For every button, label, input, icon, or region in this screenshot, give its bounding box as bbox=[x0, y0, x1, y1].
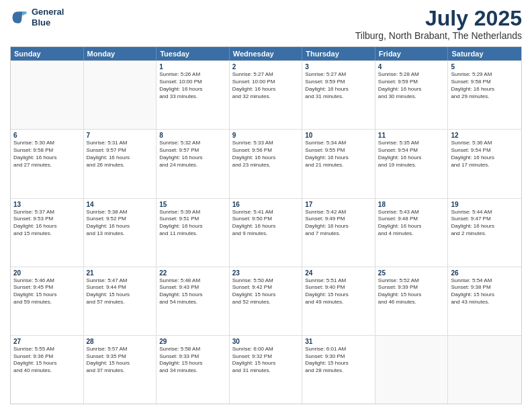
table-row: 24Sunrise: 5:51 AM Sunset: 9:40 PM Dayli… bbox=[302, 267, 375, 335]
header-monday: Monday bbox=[84, 47, 157, 60]
table-row: 30Sunrise: 6:00 AM Sunset: 9:32 PM Dayli… bbox=[230, 336, 303, 404]
table-row: 7Sunrise: 5:31 AM Sunset: 9:57 PM Daylig… bbox=[84, 130, 157, 197]
day-content: Sunrise: 5:33 AM Sunset: 9:56 PM Dayligh… bbox=[232, 140, 300, 169]
day-number: 10 bbox=[305, 132, 372, 139]
header-tuesday: Tuesday bbox=[157, 47, 230, 60]
day-content: Sunrise: 5:35 AM Sunset: 9:54 PM Dayligh… bbox=[378, 140, 445, 169]
day-content: Sunrise: 6:01 AM Sunset: 9:30 PM Dayligh… bbox=[305, 346, 372, 375]
day-number: 2 bbox=[232, 63, 300, 71]
table-row: 15Sunrise: 5:39 AM Sunset: 9:51 PM Dayli… bbox=[157, 199, 230, 267]
header-saturday: Saturday bbox=[448, 47, 521, 60]
day-number: 18 bbox=[378, 201, 445, 208]
day-number: 30 bbox=[232, 338, 300, 345]
table-row: 9Sunrise: 5:33 AM Sunset: 9:56 PM Daylig… bbox=[230, 130, 303, 197]
table-row bbox=[11, 61, 84, 129]
day-number: 11 bbox=[378, 132, 445, 139]
day-content: Sunrise: 5:26 AM Sunset: 10:00 PM Daylig… bbox=[159, 71, 226, 100]
day-content: Sunrise: 5:37 AM Sunset: 9:53 PM Dayligh… bbox=[13, 209, 81, 238]
table-row: 14Sunrise: 5:38 AM Sunset: 9:52 PM Dayli… bbox=[84, 199, 157, 267]
day-number: 1 bbox=[159, 63, 226, 71]
day-number: 31 bbox=[305, 338, 372, 345]
table-row: 3Sunrise: 5:27 AM Sunset: 9:59 PM Daylig… bbox=[302, 61, 375, 129]
day-number: 5 bbox=[451, 63, 519, 71]
logo-line1: General bbox=[32, 7, 64, 17]
day-number: 27 bbox=[13, 338, 81, 345]
title-block: July 2025 Tilburg, North Brabant, The Ne… bbox=[355, 7, 522, 41]
day-number: 3 bbox=[305, 63, 372, 71]
table-row bbox=[448, 336, 521, 404]
table-row: 27Sunrise: 5:55 AM Sunset: 9:36 PM Dayli… bbox=[11, 336, 84, 404]
day-number: 24 bbox=[305, 269, 372, 277]
day-number: 4 bbox=[378, 63, 445, 71]
day-number: 9 bbox=[232, 132, 300, 139]
table-row: 31Sunrise: 6:01 AM Sunset: 9:30 PM Dayli… bbox=[302, 336, 375, 404]
day-content: Sunrise: 5:34 AM Sunset: 9:55 PM Dayligh… bbox=[305, 140, 372, 169]
table-row: 21Sunrise: 5:47 AM Sunset: 9:44 PM Dayli… bbox=[84, 267, 157, 335]
calendar-header: Sunday Monday Tuesday Wednesday Thursday… bbox=[11, 47, 521, 60]
day-content: Sunrise: 5:30 AM Sunset: 9:58 PM Dayligh… bbox=[13, 140, 81, 169]
table-row: 20Sunrise: 5:46 AM Sunset: 9:45 PM Dayli… bbox=[11, 267, 84, 335]
day-content: Sunrise: 5:31 AM Sunset: 9:57 PM Dayligh… bbox=[87, 140, 154, 169]
day-content: Sunrise: 5:43 AM Sunset: 9:48 PM Dayligh… bbox=[378, 209, 445, 238]
table-row: 22Sunrise: 5:48 AM Sunset: 9:43 PM Dayli… bbox=[157, 267, 230, 335]
table-row bbox=[84, 61, 157, 129]
day-content: Sunrise: 5:47 AM Sunset: 9:44 PM Dayligh… bbox=[87, 277, 154, 306]
day-content: Sunrise: 5:50 AM Sunset: 9:42 PM Dayligh… bbox=[232, 277, 300, 306]
day-number: 12 bbox=[451, 132, 519, 139]
calendar-row-4: 20Sunrise: 5:46 AM Sunset: 9:45 PM Dayli… bbox=[11, 267, 521, 335]
day-content: Sunrise: 5:44 AM Sunset: 9:47 PM Dayligh… bbox=[451, 209, 519, 238]
day-number: 29 bbox=[159, 338, 226, 345]
day-number: 22 bbox=[159, 269, 226, 277]
table-row: 29Sunrise: 5:58 AM Sunset: 9:33 PM Dayli… bbox=[157, 336, 230, 404]
table-row: 11Sunrise: 5:35 AM Sunset: 9:54 PM Dayli… bbox=[375, 130, 449, 197]
day-content: Sunrise: 5:42 AM Sunset: 9:49 PM Dayligh… bbox=[305, 209, 372, 238]
day-number: 7 bbox=[87, 132, 154, 139]
day-content: Sunrise: 6:00 AM Sunset: 9:32 PM Dayligh… bbox=[232, 346, 300, 375]
table-row: 8Sunrise: 5:32 AM Sunset: 9:57 PM Daylig… bbox=[157, 130, 230, 197]
table-row: 12Sunrise: 5:36 AM Sunset: 9:54 PM Dayli… bbox=[448, 130, 521, 197]
logo-line2: Blue bbox=[32, 17, 64, 28]
calendar-row-1: 1Sunrise: 5:26 AM Sunset: 10:00 PM Dayli… bbox=[11, 60, 521, 129]
header-thursday: Thursday bbox=[302, 47, 375, 60]
day-content: Sunrise: 5:51 AM Sunset: 9:40 PM Dayligh… bbox=[305, 277, 372, 306]
day-content: Sunrise: 5:32 AM Sunset: 9:57 PM Dayligh… bbox=[159, 140, 226, 169]
header-wednesday: Wednesday bbox=[230, 47, 303, 60]
table-row: 5Sunrise: 5:29 AM Sunset: 9:58 PM Daylig… bbox=[448, 61, 521, 129]
table-row: 2Sunrise: 5:27 AM Sunset: 10:00 PM Dayli… bbox=[230, 61, 303, 129]
logo: General Blue bbox=[10, 7, 64, 28]
day-number: 20 bbox=[13, 269, 81, 277]
day-content: Sunrise: 5:58 AM Sunset: 9:33 PM Dayligh… bbox=[159, 346, 226, 375]
page: General Blue July 2025 Tilburg, North Br… bbox=[0, 0, 532, 411]
day-content: Sunrise: 5:57 AM Sunset: 9:35 PM Dayligh… bbox=[87, 346, 154, 375]
table-row: 1Sunrise: 5:26 AM Sunset: 10:00 PM Dayli… bbox=[157, 61, 230, 129]
day-content: Sunrise: 5:28 AM Sunset: 9:59 PM Dayligh… bbox=[378, 71, 445, 100]
calendar-row-2: 6Sunrise: 5:30 AM Sunset: 9:58 PM Daylig… bbox=[11, 129, 521, 197]
month-title: July 2025 bbox=[355, 7, 522, 30]
table-row: 28Sunrise: 5:57 AM Sunset: 9:35 PM Dayli… bbox=[84, 336, 157, 404]
day-content: Sunrise: 5:55 AM Sunset: 9:36 PM Dayligh… bbox=[13, 346, 81, 375]
day-number: 25 bbox=[378, 269, 445, 277]
header-friday: Friday bbox=[375, 47, 449, 60]
table-row: 6Sunrise: 5:30 AM Sunset: 9:58 PM Daylig… bbox=[11, 130, 84, 197]
day-content: Sunrise: 5:27 AM Sunset: 9:59 PM Dayligh… bbox=[305, 71, 372, 100]
header: General Blue July 2025 Tilburg, North Br… bbox=[10, 7, 522, 41]
day-content: Sunrise: 5:39 AM Sunset: 9:51 PM Dayligh… bbox=[159, 209, 226, 238]
table-row: 4Sunrise: 5:28 AM Sunset: 9:59 PM Daylig… bbox=[375, 61, 449, 129]
calendar-body: 1Sunrise: 5:26 AM Sunset: 10:00 PM Dayli… bbox=[11, 60, 521, 404]
day-number: 17 bbox=[305, 201, 372, 208]
day-content: Sunrise: 5:27 AM Sunset: 10:00 PM Daylig… bbox=[232, 71, 300, 100]
table-row: 10Sunrise: 5:34 AM Sunset: 9:55 PM Dayli… bbox=[302, 130, 375, 197]
calendar-row-3: 13Sunrise: 5:37 AM Sunset: 9:53 PM Dayli… bbox=[11, 198, 521, 267]
day-number: 8 bbox=[159, 132, 226, 139]
day-number: 16 bbox=[232, 201, 300, 208]
calendar-row-5: 27Sunrise: 5:55 AM Sunset: 9:36 PM Dayli… bbox=[11, 335, 521, 404]
table-row: 25Sunrise: 5:52 AM Sunset: 9:39 PM Dayli… bbox=[375, 267, 449, 335]
day-number: 14 bbox=[87, 201, 154, 208]
table-row: 19Sunrise: 5:44 AM Sunset: 9:47 PM Dayli… bbox=[448, 199, 521, 267]
day-number: 28 bbox=[87, 338, 154, 345]
day-number: 6 bbox=[13, 132, 81, 139]
day-number: 13 bbox=[13, 201, 81, 208]
logo-icon bbox=[10, 8, 29, 27]
day-content: Sunrise: 5:36 AM Sunset: 9:54 PM Dayligh… bbox=[451, 140, 519, 169]
day-content: Sunrise: 5:54 AM Sunset: 9:38 PM Dayligh… bbox=[451, 277, 519, 306]
